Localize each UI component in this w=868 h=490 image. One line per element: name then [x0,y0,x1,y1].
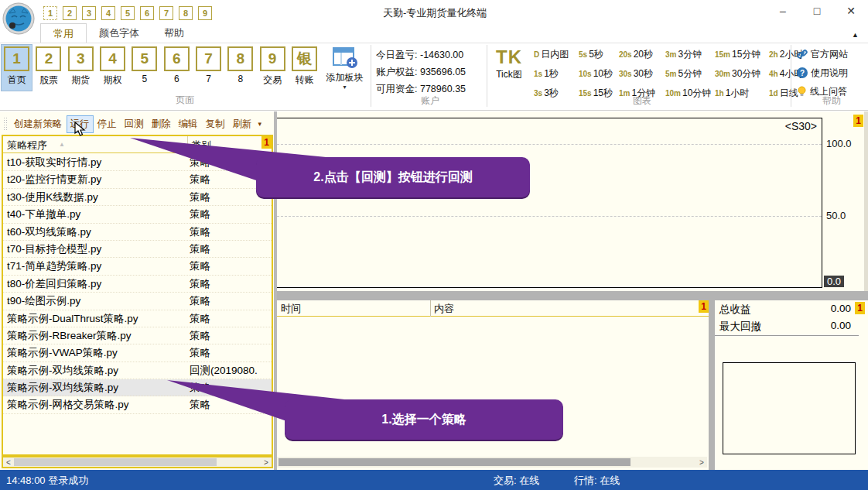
chart-scrollbar-lane[interactable] [864,111,868,291]
timeframe-5m[interactable]: 5m5分钟 [665,67,715,81]
quick-tab-5[interactable]: 5 [121,6,135,20]
account-available-label: 可用资金: [376,84,417,94]
strategy-row[interactable]: t10-获取实时行情.py策略 [3,154,272,171]
ribbon-collapse-icon[interactable]: ▲ [852,31,859,39]
copy-button[interactable]: 复制 [203,116,228,132]
callout-step1-text: 1.选择一个策略 [381,412,466,428]
add-panel-icon [332,46,358,70]
user-guide-link[interactable]: ? 使用说明 [797,63,866,82]
strategy-name: t40-下单撤单.py [7,207,80,221]
strategy-row[interactable]: t71-简单趋势策略.py策略 [3,258,272,275]
column-divider[interactable] [187,136,188,153]
official-website-label: 官方网站 [811,48,848,61]
quick-tab-7[interactable]: 7 [159,6,173,20]
timeframe-3m[interactable]: 3m3分钟 [665,48,715,61]
tf-label: 日内图 [541,49,569,60]
timeframe-30m[interactable]: 30m30分钟 [715,67,769,81]
page-button-futures[interactable]: 3 期货 [66,45,96,91]
column-header-type[interactable]: 类别 [191,139,211,152]
strategy-row[interactable]: 策略示例-RBreaker策略.py策略 [3,327,272,344]
strategy-row[interactable]: 策略示例-VWAP策略.py策略 [3,344,272,362]
ribbon-group-account: 今日盈亏: -14630.00 账户权益: 935696.05 可用资金: 77… [376,46,484,98]
ribbon-tab-common[interactable]: 常用 [40,23,87,43]
quick-tab-1[interactable]: 1 [43,6,57,20]
panel-badge: 1 [699,300,709,313]
app-logo-icon[interactable] [2,2,35,35]
page-button-stock[interactable]: 2 股票 [33,45,63,91]
quick-tab-6[interactable]: 6 [140,6,154,20]
maximize-button[interactable]: □ [800,0,834,22]
close-button[interactable]: ✕ [834,0,868,22]
scroll-right-icon[interactable]: > [696,458,707,467]
stop-button[interactable]: 停止 [94,116,120,132]
scroll-left-icon[interactable]: < [3,458,14,467]
chart-plot-area[interactable]: <S30> [277,118,822,288]
page-button-5[interactable]: 5 5 [129,45,159,91]
official-website-link[interactable]: 官方网站 [797,45,866,63]
strategy-row[interactable]: t60-双均线策略.py策略 [3,224,272,241]
column-divider[interactable] [430,300,431,317]
ribbon-tab-colorfont[interactable]: 颜色字体 [87,23,152,43]
column-header-content[interactable]: 内容 [434,302,454,316]
edit-button[interactable]: 编辑 [176,116,201,132]
log-hscrollbar[interactable]: > [277,457,707,468]
strategy-hscrollbar[interactable]: < > [2,456,273,468]
page-button-trade[interactable]: 9 交易 [258,45,288,91]
toolbar-overflow-icon[interactable]: ▾ [258,120,262,128]
timeframe-30s[interactable]: 30s30秒 [619,67,665,81]
vertical-splitter[interactable] [709,300,715,470]
strategy-name: t90-绘图示例.py [7,294,80,308]
timeframe-1s[interactable]: 1s1秒 [534,67,579,81]
strategy-row[interactable]: t80-价差回归策略.py策略 [3,276,272,293]
tick-chart-button[interactable]: TK Tick图 [489,46,529,81]
strategy-row-selected[interactable]: 策略示例-双均线策略.py策略 [3,379,272,396]
scroll-thumb[interactable] [14,458,217,466]
strategy-row[interactable]: t90-绘图示例.py策略 [3,293,272,310]
strategy-row[interactable]: t40-下单撤单.py策略 [3,206,272,223]
tf-prefix: 4h [769,70,778,78]
mouse-cursor-icon [74,122,88,137]
timeframe-5s[interactable]: 5s5秒 [579,48,619,61]
page-button-label: 股票 [39,74,58,87]
page-button-home[interactable]: 1 首页 [2,45,32,91]
create-strategy-button[interactable]: 创建新策略 [11,116,66,132]
ribbon-group-help: 官方网站 ? 使用说明 线上问答 [797,45,866,101]
quick-tab-9[interactable]: 9 [198,6,212,20]
page-button-7[interactable]: 7 7 [193,45,224,91]
timeframe-10s[interactable]: 10s10秒 [579,67,619,81]
strategy-row[interactable]: 策略示例-网格交易策略.py策略 [3,396,272,413]
quick-tab-8[interactable]: 8 [179,6,193,20]
minimize-button[interactable]: – [766,0,800,22]
strategy-row[interactable]: t30-使用K线数据.py策略 [3,189,272,206]
strategy-row[interactable]: 策略示例-DualThrust策略.py策略 [3,310,272,327]
page-button-options[interactable]: 4 期权 [97,45,128,91]
ribbon-tab-help[interactable]: 帮助 [152,23,196,43]
column-header-name[interactable]: 策略程序 [7,139,47,152]
timeframe-15m[interactable]: 15m15分钟 [715,48,769,61]
toolbar-gripper[interactable] [3,117,7,131]
add-panel-button[interactable]: 添加板块 ▾ [321,45,368,91]
tf-prefix: 15m [715,50,730,59]
horizontal-splitter[interactable] [277,291,868,300]
timeframe-20s[interactable]: 20s20秒 [619,48,665,61]
quick-tab-2[interactable]: 2 [63,6,77,20]
strategy-name: t60-双均线策略.py [7,225,91,239]
delete-button[interactable]: 删除 [149,116,174,132]
scroll-thumb[interactable] [279,458,630,466]
page-button-8[interactable]: 8 8 [225,45,255,91]
strategy-name: t30-使用K线数据.py [7,190,98,204]
strategy-row[interactable]: t70-目标持仓模型.py策略 [3,241,272,258]
tf-prefix: 2h [769,50,778,59]
refresh-button[interactable]: 刷新 [230,116,255,132]
backtest-button[interactable]: 回测 [121,116,147,132]
page-button-bank-transfer[interactable]: 银 转账 [289,45,320,91]
strategy-row[interactable]: 策略示例-双均线策略.py回测(2019080. [3,362,272,379]
timeframe-daily-intraday[interactable]: D日内图 [534,48,579,61]
quick-tab-4[interactable]: 4 [101,6,115,20]
strategy-row[interactable]: t20-监控行情更新.py策略 [3,171,272,188]
page-button-num: 银 [292,46,317,71]
page-button-6[interactable]: 6 6 [162,45,192,91]
scroll-right-icon[interactable]: > [261,458,272,467]
column-header-time[interactable]: 时间 [281,302,301,316]
quick-tab-3[interactable]: 3 [82,6,96,20]
